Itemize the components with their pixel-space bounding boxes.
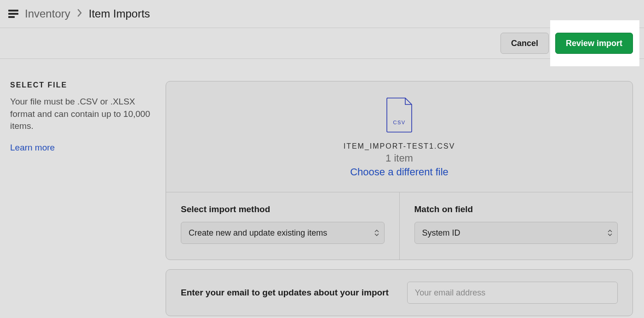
- email-label: Enter your email to get updates about yo…: [181, 288, 389, 298]
- import-method-value: Create new and update existing items: [189, 228, 327, 238]
- select-stepper-icon: [608, 230, 612, 236]
- learn-more-link[interactable]: Learn more: [10, 143, 55, 152]
- uploaded-file-name: ITEM_IMPORT-TEST1.CSV: [175, 142, 623, 150]
- match-field-select[interactable]: System ID: [414, 222, 618, 244]
- csv-file-icon: CSV: [385, 97, 414, 133]
- review-import-button[interactable]: Review import: [555, 33, 633, 54]
- select-stepper-icon: [374, 230, 379, 236]
- action-bar: Cancel Review import: [0, 28, 644, 59]
- email-panel: Enter your email to get updates about yo…: [166, 269, 633, 316]
- section-heading: SELECT FILE: [10, 81, 155, 89]
- choose-different-file-link[interactable]: Choose a different file: [175, 166, 623, 178]
- file-panel: CSV ITEM_IMPORT-TEST1.CSV 1 item Choose …: [166, 81, 633, 260]
- cancel-button[interactable]: Cancel: [500, 33, 549, 54]
- section-description: Your file must be .CSV or .XLSX format a…: [10, 96, 155, 133]
- breadcrumb-current: Item Imports: [89, 7, 150, 20]
- import-method-label: Select import method: [181, 204, 385, 214]
- breadcrumb-root[interactable]: Inventory: [25, 7, 70, 20]
- match-field-value: System ID: [422, 228, 460, 238]
- uploaded-file-count: 1 item: [175, 152, 623, 164]
- inventory-icon: [8, 10, 18, 18]
- chevron-right-icon: [77, 9, 82, 19]
- import-method-select[interactable]: Create new and update existing items: [181, 222, 385, 244]
- svg-text:CSV: CSV: [393, 120, 405, 125]
- match-field-label: Match on field: [414, 204, 618, 214]
- email-input[interactable]: [407, 282, 618, 304]
- breadcrumb: Inventory Item Imports: [0, 0, 644, 28]
- side-panel: SELECT FILE Your file must be .CSV or .X…: [10, 81, 155, 318]
- file-drop-area: CSV ITEM_IMPORT-TEST1.CSV 1 item Choose …: [166, 81, 632, 192]
